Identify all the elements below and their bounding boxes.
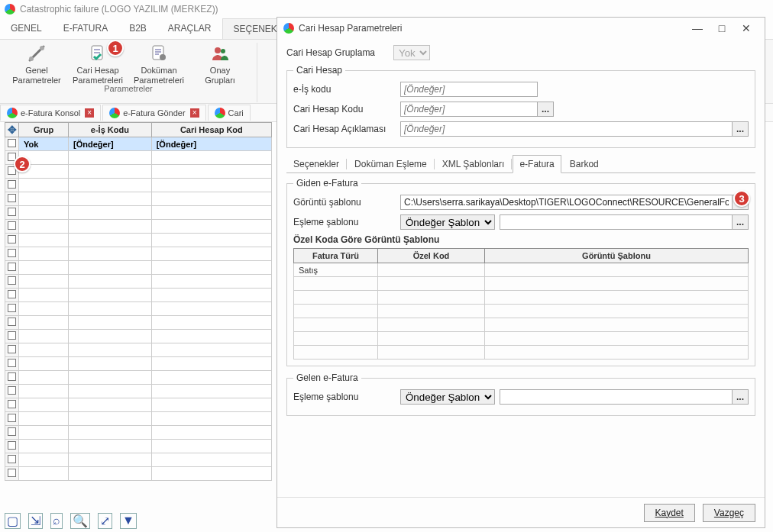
filter-icon[interactable]: ▼ (120, 513, 137, 529)
input-cari-aciklama[interactable] (400, 121, 733, 137)
close-icon[interactable]: × (190, 108, 199, 118)
input-eis-kodu[interactable] (400, 82, 538, 97)
row-checkbox[interactable] (8, 249, 16, 257)
table-row[interactable]: Satış (294, 263, 749, 277)
browse-button[interactable]: ... (732, 121, 749, 137)
table-row[interactable] (294, 305, 749, 318)
col-eis[interactable]: e-İş Kodu (69, 123, 152, 137)
tab-dokuman-esleme[interactable]: Doküman Eşleme (348, 155, 434, 173)
col-goruntu-sablonu[interactable]: Görüntü Şablonu (485, 249, 749, 263)
input-cari-kodu[interactable] (400, 102, 538, 117)
tab-e-fatura[interactable]: e-Fatura (513, 155, 561, 173)
col-cari[interactable]: Cari Hesap Kod (151, 123, 271, 137)
browse-button[interactable]: ... (537, 102, 554, 117)
table-row[interactable] (5, 192, 272, 206)
table-row[interactable] (5, 302, 272, 316)
row-checkbox[interactable] (8, 345, 16, 353)
ribbon-dokuman-parametreleri[interactable]: Doküman Parametreleri (128, 43, 189, 85)
table-row[interactable] (294, 291, 749, 305)
dialog-titlebar[interactable]: Cari Hesap Parametreleri — □ ✕ (277, 18, 765, 39)
select-esleme-sablonu[interactable]: Öndeğer Şablon (400, 214, 495, 230)
row-checkbox[interactable] (8, 359, 16, 367)
table-row[interactable] (5, 343, 272, 357)
ribbon-genel-parametreler[interactable]: Genel Parametreler (6, 43, 67, 85)
row-checkbox[interactable] (8, 208, 16, 216)
table-row[interactable] (5, 261, 272, 275)
row-checkbox[interactable] (8, 455, 16, 463)
main-grid[interactable]: ✥ Grup e-İş Kodu Cari Hesap Kod Yok [Önd… (5, 122, 272, 481)
tab-efatura-konsol[interactable]: e-Fatura Konsol × (0, 105, 101, 121)
table-row[interactable] (5, 330, 272, 343)
row-checkbox[interactable] (8, 318, 16, 326)
row-checkbox[interactable] (8, 139, 16, 147)
row-checkbox[interactable] (8, 180, 16, 189)
tab-secenekler[interactable]: Seçenekler (286, 155, 346, 173)
menu-efatura[interactable]: E-FATURA (53, 18, 118, 39)
table-row[interactable] (5, 371, 272, 385)
close-icon[interactable]: × (85, 108, 94, 118)
row-checkbox[interactable] (8, 469, 16, 477)
table-row[interactable] (5, 206, 272, 220)
browse-button[interactable]: ... (732, 214, 749, 230)
table-row[interactable] (5, 316, 272, 330)
row-checkbox[interactable] (8, 194, 16, 202)
row-checkbox[interactable] (8, 235, 16, 243)
row-checkbox[interactable] (8, 414, 16, 422)
ribbon-onay-gruplari[interactable]: Onay Grupları (189, 43, 251, 85)
row-checkbox[interactable] (8, 263, 16, 271)
grid-tool-icon[interactable]: ⌕ (50, 513, 63, 529)
table-row[interactable] (5, 426, 272, 440)
row-checkbox[interactable] (8, 400, 16, 408)
tab-barkod[interactable]: Barkod (563, 155, 606, 173)
tab-efatura-gonder[interactable]: e-Fatura Gönder × (102, 105, 205, 121)
table-row[interactable] (5, 275, 272, 289)
table-row[interactable] (5, 179, 272, 192)
col-ozel-kod[interactable]: Özel Kod (378, 249, 485, 263)
table-row[interactable] (5, 151, 272, 165)
col-grup[interactable]: Grup (19, 123, 69, 137)
tab-cari[interactable]: Cari (208, 105, 251, 121)
menu-genel[interactable]: GENEL (0, 18, 53, 39)
table-row[interactable] (5, 165, 272, 179)
table-row[interactable] (294, 346, 749, 360)
table-row[interactable] (294, 332, 749, 346)
input-gelen-esleme-path[interactable] (500, 389, 733, 405)
table-row[interactable] (5, 234, 272, 247)
table-row[interactable] (5, 467, 272, 481)
ozel-kod-grid[interactable]: Fatura Türü Özel Kod Görüntü Şablonu Sat… (293, 248, 749, 360)
row-checkbox[interactable] (8, 304, 16, 312)
grid-tool-icon[interactable]: 🔍 (70, 513, 90, 529)
row-checkbox[interactable] (8, 427, 16, 436)
menu-b2b[interactable]: B2B (118, 18, 157, 39)
select-gruplama[interactable]: Yok (393, 45, 430, 60)
grid-tool-icon[interactable]: ▢ (5, 513, 21, 529)
maximize-icon[interactable]: □ (710, 22, 734, 34)
ribbon-cari-hesap-parametreleri[interactable]: Cari Hesap Parametreleri 1 (67, 43, 128, 85)
minimize-icon[interactable]: — (685, 22, 710, 34)
cancel-button[interactable]: Vazgeç (703, 504, 755, 522)
grid-tool-icon[interactable]: ⤢ (98, 513, 112, 529)
table-row[interactable] (5, 385, 272, 398)
row-checkbox[interactable] (8, 290, 16, 298)
row-checkbox[interactable] (8, 372, 16, 381)
table-row[interactable] (5, 357, 272, 371)
select-gelen-esleme[interactable]: Öndeğer Şablon (400, 389, 495, 405)
table-row[interactable] (294, 318, 749, 332)
row-checkbox[interactable] (8, 221, 16, 230)
table-row[interactable] (294, 277, 749, 291)
row-checkbox[interactable] (8, 276, 16, 285)
table-row[interactable] (5, 453, 272, 467)
browse-button[interactable]: ... (732, 389, 749, 405)
table-row[interactable]: Yok [Öndeğer] [Öndeğer] (5, 137, 272, 151)
row-checkbox[interactable] (8, 331, 16, 340)
table-row[interactable] (5, 220, 272, 234)
row-checkbox[interactable] (8, 441, 16, 450)
close-icon[interactable]: ✕ (734, 22, 758, 34)
table-row[interactable] (5, 398, 272, 412)
table-row[interactable] (5, 247, 272, 261)
table-row[interactable] (5, 412, 272, 426)
grid-tool-icon[interactable]: ⇲ (28, 513, 43, 529)
table-row[interactable] (5, 289, 272, 302)
save-button[interactable]: Kaydet (644, 504, 695, 522)
col-fatura-turu[interactable]: Fatura Türü (294, 249, 378, 263)
